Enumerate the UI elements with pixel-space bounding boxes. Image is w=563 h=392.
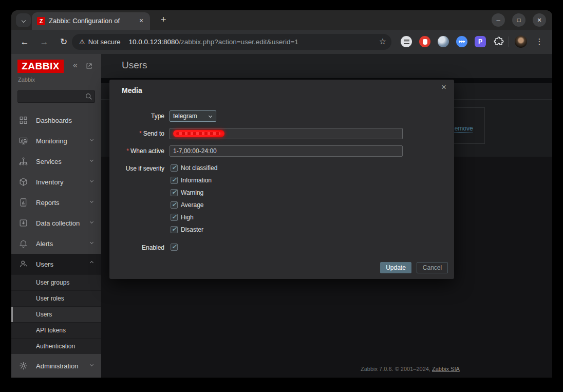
redacted-send-to-value	[173, 130, 224, 137]
window-close-button[interactable]: ×	[533, 13, 546, 27]
chevron-down-icon	[209, 114, 212, 118]
data-collection-icon	[18, 218, 28, 228]
type-selected-value: telegram	[173, 113, 197, 120]
sidebar-item-label: Administration	[36, 362, 78, 369]
tab-close-icon[interactable]: ×	[137, 16, 146, 25]
sidebar-item-monitoring[interactable]: Monitoring	[11, 130, 101, 151]
zabbix-favicon: Z	[37, 17, 45, 25]
sidebar-search-input[interactable]	[17, 90, 95, 103]
chevron-down-icon	[90, 240, 93, 244]
chevron-down-icon	[90, 138, 93, 141]
new-tab-button[interactable]: +	[157, 13, 170, 26]
page-title: Users	[122, 60, 147, 71]
zabbix-sidebar: ZABBIX « Zabbix Dashboards Monitoring Se…	[11, 54, 101, 378]
checkbox-checked[interactable]: ✓	[171, 226, 178, 233]
sidebar-item-alerts[interactable]: Alerts	[11, 233, 101, 254]
inventory-icon	[18, 177, 28, 187]
reload-button[interactable]: ↻	[58, 36, 70, 48]
extensions-puzzle-icon[interactable]	[493, 36, 504, 47]
checkbox-checked[interactable]: ✓	[171, 201, 178, 209]
chevron-down-icon	[90, 220, 93, 223]
page-header: Users	[101, 54, 552, 78]
address-bar[interactable]: ⚠ Not secure 10.0.0.123:8080/zabbix.php?…	[72, 34, 391, 50]
sidebar-item-inventory[interactable]: Inventory	[11, 172, 101, 192]
severity-option-information: ✓ Information	[109, 177, 315, 185]
checkbox-checked[interactable]: ✓	[171, 164, 178, 172]
sidebar-item-label: Reports	[36, 199, 60, 207]
enabled-option: ✓	[109, 244, 315, 252]
required-asterisk: *	[126, 147, 129, 155]
chevron-down-icon	[90, 199, 93, 203]
sidebar-subitem-user-roles[interactable]: User roles	[11, 290, 101, 306]
close-icon: ×	[537, 16, 541, 24]
checkbox-checked[interactable]: ✓	[171, 189, 178, 196]
sidebar-item-label: Dashboards	[36, 117, 72, 124]
users-icon	[18, 259, 28, 269]
bookmark-star-icon[interactable]: ☆	[379, 36, 386, 46]
sidebar-item-label: Data collection	[36, 219, 80, 227]
sidebar-item-label: Monitoring	[36, 137, 67, 145]
sidebar-item-label: Alerts	[36, 240, 53, 248]
cancel-button[interactable]: Cancel	[417, 262, 448, 273]
sidebar-subitem-users[interactable]: Users	[11, 306, 101, 322]
chevron-down-icon	[90, 179, 93, 182]
sidebar-item-label: Services	[36, 158, 62, 165]
sidebar-item-administration[interactable]: Administration	[11, 354, 101, 377]
extension-pass-icon[interactable]: P	[475, 36, 486, 47]
services-icon	[18, 157, 28, 166]
dialog-close-icon[interactable]: ×	[438, 82, 449, 93]
sidebar-collapse-icon[interactable]: «	[73, 61, 78, 70]
chevron-down-icon	[90, 362, 93, 366]
maximize-icon: □	[517, 17, 521, 23]
back-button[interactable]: ←	[18, 36, 31, 48]
when-active-input[interactable]	[170, 145, 403, 157]
reports-icon	[18, 198, 28, 208]
sidebar-subitem-authentication[interactable]: Authentication	[11, 338, 101, 354]
update-button[interactable]: Update	[380, 262, 411, 273]
tab-title-fade	[120, 15, 136, 28]
sidebar-item-label: Inventory	[36, 178, 63, 186]
profile-avatar[interactable]	[515, 35, 527, 48]
chevron-up-icon	[90, 261, 93, 265]
extension-swirl-icon[interactable]	[438, 36, 449, 47]
window-maximize-button[interactable]: □	[512, 13, 526, 27]
sidebar-subitem-user-groups[interactable]: User groups	[11, 274, 101, 290]
extension-list-icon[interactable]	[401, 36, 412, 47]
type-label: Type	[109, 113, 164, 120]
extension-adblock-hand-icon[interactable]	[419, 36, 430, 47]
sidebar-item-dashboards[interactable]: Dashboards	[11, 110, 101, 130]
type-select[interactable]: telegram	[170, 110, 216, 122]
browser-window: Z Zabbix: Configuration of × + – □ × ← →…	[11, 10, 552, 385]
sidebar-item-reports[interactable]: Reports	[11, 192, 101, 213]
browser-menu-button[interactable]: ⋮	[534, 35, 545, 48]
sidebar-undock-icon[interactable]	[85, 62, 93, 70]
browser-tab[interactable]: Z Zabbix: Configuration of ×	[32, 12, 150, 30]
enabled-checkbox-checked[interactable]: ✓	[171, 244, 178, 251]
minimize-icon: –	[496, 16, 500, 24]
sidebar-item-services[interactable]: Services	[11, 151, 101, 172]
checkbox-checked[interactable]: ✓	[171, 177, 178, 184]
administration-gear-icon	[18, 361, 28, 370]
sidebar-item-label: Users	[36, 260, 53, 268]
sidebar-item-data-collection[interactable]: Data collection	[11, 213, 101, 233]
chevron-down-icon	[90, 158, 93, 162]
security-label[interactable]: Not secure	[88, 38, 121, 46]
forward-button[interactable]: →	[38, 36, 50, 48]
checkbox-checked[interactable]: ✓	[171, 214, 178, 221]
severity-option-average: ✓ Average	[109, 201, 315, 210]
zabbix-logo[interactable]: ZABBIX	[17, 60, 64, 73]
severity-option-high: ✓ High	[109, 214, 315, 222]
footer-zabbix-sia-link[interactable]: Zabbix SIA	[432, 366, 460, 372]
search-icon	[85, 92, 93, 101]
extension-dots-icon[interactable]	[456, 36, 467, 47]
when-active-label: *When active	[109, 147, 164, 155]
sidebar-item-users[interactable]: Users	[11, 254, 101, 274]
footer-text: Zabbix 7.0.6. © 2001–2024,	[361, 366, 432, 372]
severity-option-warning: ✓ Warning	[109, 189, 315, 197]
tab-search-button[interactable]	[16, 13, 31, 27]
page-viewport: ZABBIX « Zabbix Dashboards Monitoring Se…	[11, 54, 552, 385]
chevron-down-icon	[21, 18, 25, 22]
sidebar-subitem-api-tokens[interactable]: API tokens	[11, 322, 101, 338]
severity-option-not-classified: ✓ Not classified	[109, 164, 315, 173]
window-minimize-button[interactable]: –	[492, 13, 505, 27]
